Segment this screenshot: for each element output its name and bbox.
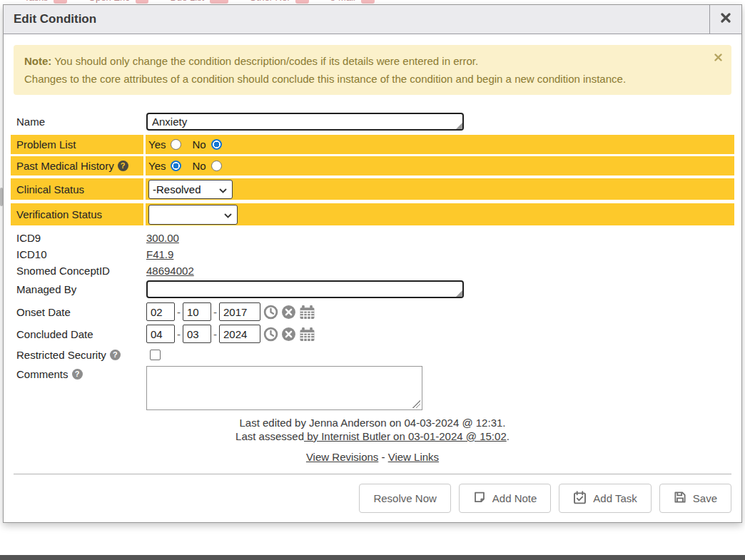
dialog-footer: Resolve Now Add Note Add Task Save bbox=[14, 474, 731, 513]
snomed-row: Snomed ConceptID 48694002 bbox=[11, 263, 734, 279]
problem-list-no-label: No bbox=[192, 138, 206, 151]
verification-status-select[interactable] bbox=[148, 205, 238, 225]
dialog-body: Note: You should only change the conditi… bbox=[4, 34, 741, 513]
pmh-yes-radio[interactable] bbox=[171, 161, 181, 171]
add-task-label: Add Task bbox=[593, 492, 637, 504]
problem-list-no-radio[interactable] bbox=[211, 139, 222, 150]
concluded-month-input[interactable] bbox=[146, 325, 175, 343]
managed-by-row: Managed By bbox=[11, 279, 734, 299]
note-icon bbox=[473, 491, 486, 506]
concluded-clear-icon[interactable] bbox=[281, 327, 296, 342]
snomed-code-link[interactable]: 48694002 bbox=[146, 265, 194, 277]
date-dash: - bbox=[213, 328, 217, 340]
last-assessed-link[interactable]: by Internist Butler on 03-01-2024 @ 15:0… bbox=[304, 430, 507, 442]
concluded-year-input[interactable] bbox=[219, 325, 260, 343]
open-enc-count-badge: 1 bbox=[136, 0, 149, 4]
comments-label: Comments bbox=[16, 368, 69, 380]
concluded-now-clock-icon[interactable] bbox=[263, 327, 278, 342]
onset-now-clock-icon[interactable] bbox=[263, 305, 278, 320]
resolve-now-button[interactable]: Resolve Now bbox=[359, 484, 450, 513]
date-dash: - bbox=[177, 328, 181, 340]
snomed-label: Snomed ConceptID bbox=[11, 263, 143, 279]
concluded-calendar-icon[interactable] bbox=[299, 327, 315, 342]
problem-list-yes-label: Yes bbox=[148, 138, 166, 151]
onset-date-row: Onset Date - - bbox=[11, 302, 734, 322]
chevron-down-icon bbox=[224, 208, 232, 220]
icd9-row: ICD9 300.00 bbox=[11, 230, 734, 246]
chevron-down-icon bbox=[219, 183, 227, 195]
concluded-day-input[interactable] bbox=[183, 325, 211, 343]
other-ref-count-badge: 1 bbox=[295, 0, 309, 4]
tasks-count-badge: 4 bbox=[54, 0, 67, 4]
name-row: Name bbox=[11, 111, 734, 132]
add-note-button[interactable]: Add Note bbox=[459, 484, 552, 513]
clinical-status-value: -Resolved bbox=[153, 183, 201, 195]
bg-nav-email: e-Mail2 bbox=[330, 0, 375, 4]
comments-help-icon[interactable]: ? bbox=[72, 369, 83, 380]
calendar-check-icon bbox=[573, 491, 587, 506]
date-dash: - bbox=[177, 306, 181, 318]
due-list-count-badge: 10 bbox=[210, 0, 228, 4]
onset-month-input[interactable] bbox=[146, 302, 175, 321]
note-text-2: Changes to the core attributes of a cond… bbox=[24, 70, 707, 88]
dismiss-x-icon bbox=[714, 51, 722, 63]
note-line-1: Note: You should only change the conditi… bbox=[24, 52, 707, 70]
last-assessed-suffix: . bbox=[507, 430, 510, 442]
icd9-code-link[interactable]: 300.00 bbox=[146, 232, 179, 244]
managed-by-input[interactable] bbox=[146, 280, 464, 298]
clinical-status-row: Clinical Status -Resolved bbox=[11, 178, 734, 200]
onset-day-input[interactable] bbox=[183, 302, 211, 321]
edit-condition-dialog: Edit Condition Note: You should only cha… bbox=[3, 4, 742, 523]
verification-status-row: Verification Status bbox=[11, 203, 734, 225]
problem-list-label: Problem List bbox=[11, 135, 143, 154]
restricted-security-row: Restricted Security ? bbox=[11, 346, 734, 363]
past-medical-history-label: Past Medical History bbox=[16, 160, 114, 172]
onset-clear-icon[interactable] bbox=[281, 305, 296, 320]
bg-nav-due-list: Due List10 bbox=[170, 0, 228, 4]
resolve-now-label: Resolve Now bbox=[373, 492, 436, 504]
add-task-button[interactable]: Add Task bbox=[559, 484, 651, 513]
managed-by-label: Managed By bbox=[11, 279, 143, 299]
pmh-no-label: No bbox=[192, 160, 206, 172]
icd10-row: ICD10 F41.9 bbox=[11, 246, 734, 263]
icd9-label: ICD9 bbox=[11, 230, 143, 246]
restricted-security-checkbox[interactable] bbox=[150, 350, 161, 360]
pmh-no-radio[interactable] bbox=[211, 161, 222, 171]
problem-list-yes-radio[interactable] bbox=[171, 139, 181, 150]
verification-status-label: Verification Status bbox=[11, 203, 143, 225]
name-input[interactable] bbox=[146, 113, 464, 131]
icd10-label: ICD10 bbox=[11, 246, 143, 263]
close-button[interactable] bbox=[709, 5, 741, 34]
view-revisions-link[interactable]: View Revisions bbox=[306, 451, 378, 463]
note-text-1: You should only change the condition des… bbox=[51, 55, 478, 67]
date-dash: - bbox=[213, 306, 217, 318]
concluded-date-row: Concluded Date - - bbox=[11, 324, 734, 344]
pmh-yes-label: Yes bbox=[148, 160, 166, 172]
note-dismiss-button[interactable] bbox=[714, 54, 722, 61]
concluded-date-label: Concluded Date bbox=[11, 324, 143, 344]
past-medical-history-row: Past Medical History ? Yes No bbox=[11, 156, 734, 175]
clinical-status-label: Clinical Status bbox=[11, 178, 143, 200]
name-label: Name bbox=[11, 111, 143, 132]
comments-row: Comments ? bbox=[11, 366, 734, 410]
onset-date-label: Onset Date bbox=[11, 302, 143, 322]
comments-textarea[interactable] bbox=[146, 366, 422, 410]
note-prefix: Note: bbox=[24, 55, 51, 67]
add-note-label: Add Note bbox=[492, 492, 537, 504]
restricted-security-help-icon[interactable]: ? bbox=[110, 350, 121, 360]
onset-calendar-icon[interactable] bbox=[299, 305, 315, 320]
bg-nav-other-ref: Other Ref1 bbox=[250, 0, 309, 4]
save-button[interactable]: Save bbox=[659, 484, 731, 513]
background-bottom-bar bbox=[0, 555, 745, 560]
view-links-link[interactable]: View Links bbox=[388, 451, 439, 463]
clinical-status-select[interactable]: -Resolved bbox=[148, 180, 233, 199]
save-label: Save bbox=[693, 492, 717, 504]
onset-year-input[interactable] bbox=[219, 302, 260, 321]
last-edited-text: Last edited by Jenna Anderson on 04-03-2… bbox=[11, 416, 734, 429]
dialog-header: Edit Condition bbox=[4, 5, 741, 34]
past-medical-history-help-icon[interactable]: ? bbox=[118, 161, 128, 171]
save-icon bbox=[674, 491, 686, 506]
icd10-code-link[interactable]: F41.9 bbox=[146, 248, 173, 260]
close-icon bbox=[720, 12, 731, 26]
last-assessed-prefix: Last assessed bbox=[235, 430, 304, 442]
